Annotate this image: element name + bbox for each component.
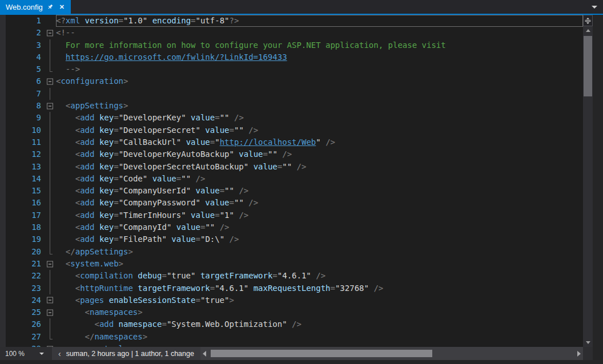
scroll-up-button[interactable] bbox=[583, 26, 593, 35]
line-number[interactable]: 8 bbox=[6, 100, 45, 112]
line-number[interactable]: 18 bbox=[6, 221, 45, 233]
code-line[interactable]: 11 <add key="CallBackUrl" value="http://… bbox=[0, 136, 583, 148]
horizontal-scrollbar-track[interactable] bbox=[209, 347, 574, 360]
fold-marker[interactable] bbox=[45, 343, 56, 347]
code-line[interactable]: 17 <add key="TimerInHours" value="1" /> bbox=[0, 209, 583, 221]
line-number[interactable]: 10 bbox=[6, 124, 45, 136]
code-line[interactable]: 5 --> bbox=[0, 63, 583, 75]
fold-marker[interactable] bbox=[45, 100, 56, 112]
fold-guide bbox=[45, 124, 56, 136]
code-line[interactable]: 27 </namespaces> bbox=[0, 331, 583, 343]
code-text: <add key="CompanyUserId" value="" /> bbox=[56, 185, 583, 197]
scroll-right-button[interactable] bbox=[574, 351, 583, 357]
code-line[interactable]: 23 <httpRuntime targetFramework="4.6.1" … bbox=[0, 282, 583, 294]
line-number[interactable]: 12 bbox=[6, 148, 45, 160]
fold-guide bbox=[45, 173, 56, 185]
code-line[interactable]: 3 For more information on how to configu… bbox=[0, 39, 583, 51]
fold-marker[interactable] bbox=[45, 75, 56, 87]
code-line[interactable]: 2<!-- bbox=[0, 27, 583, 39]
line-number[interactable]: 5 bbox=[6, 63, 45, 75]
code-line[interactable]: 18 <add key="CompanyId" value="" /> bbox=[0, 221, 583, 233]
line-number[interactable]: 3 bbox=[6, 39, 45, 51]
line-number[interactable]: 25 bbox=[6, 306, 45, 318]
code-text: <add key="CompanyId" value="" /> bbox=[56, 221, 583, 233]
close-icon[interactable]: ✕ bbox=[58, 3, 66, 11]
code-line[interactable]: 22 <compilation debug="true" targetFrame… bbox=[0, 270, 583, 282]
splitter-icon bbox=[585, 18, 591, 24]
line-number[interactable]: 22 bbox=[6, 270, 45, 282]
fold-marker[interactable] bbox=[45, 306, 56, 318]
fold-marker[interactable] bbox=[45, 294, 56, 306]
code-line[interactable]: 7 bbox=[0, 88, 583, 100]
line-number[interactable]: 17 bbox=[6, 209, 45, 221]
line-number[interactable]: 13 bbox=[6, 161, 45, 173]
fold-guide bbox=[45, 112, 56, 124]
vertical-scrollbar-thumb[interactable] bbox=[584, 36, 592, 96]
line-number[interactable]: 28 bbox=[6, 343, 45, 347]
code-line[interactable]: 21 <system.web> bbox=[0, 258, 583, 270]
code-editor[interactable]: 1<?xml version="1.0" encoding="utf-8"?>2… bbox=[0, 15, 583, 347]
line-number[interactable]: 27 bbox=[6, 331, 45, 343]
line-number[interactable]: 9 bbox=[6, 112, 45, 124]
code-line[interactable]: 8 <appSettings> bbox=[0, 100, 583, 112]
code-line[interactable]: 14 <add key="Code" value="" /> bbox=[0, 173, 583, 185]
code-line[interactable]: 6<configuration> bbox=[0, 75, 583, 87]
code-line[interactable]: 19 <add key="FilePath" value="D:\" /> bbox=[0, 233, 583, 245]
code-line[interactable]: 16 <add key="CompanyPassword" value="" /… bbox=[0, 197, 583, 209]
fold-guide bbox=[45, 209, 56, 221]
fold-marker[interactable] bbox=[45, 258, 56, 270]
codelens-info[interactable]: ‹ suman, 2 hours ago | 1 author, 1 chang… bbox=[52, 347, 200, 360]
zoom-select[interactable]: 100 % bbox=[0, 347, 49, 360]
code-line[interactable]: 26 <add namespace="System.Web.Optimizati… bbox=[0, 318, 583, 330]
line-number[interactable]: 24 bbox=[6, 294, 45, 306]
horizontal-scrollbar[interactable] bbox=[200, 347, 583, 360]
line-number[interactable]: 6 bbox=[6, 75, 45, 87]
code-line[interactable]: 13 <add key="DeveloperSecretAutoBackup" … bbox=[0, 161, 583, 173]
code-line[interactable]: 28 <controls> bbox=[0, 343, 583, 347]
line-number[interactable]: 21 bbox=[6, 258, 45, 270]
line-number[interactable]: 14 bbox=[6, 173, 45, 185]
code-line[interactable]: 9 <add key="DeveloperKey" value="" /> bbox=[0, 112, 583, 124]
code-text: <add key="FilePath" value="D:\" /> bbox=[56, 233, 583, 245]
line-number[interactable]: 2 bbox=[6, 27, 45, 39]
tab-strip-spacer bbox=[71, 0, 586, 14]
line-number[interactable]: 7 bbox=[6, 88, 45, 100]
code-text: <add key="DeveloperKey" value="" /> bbox=[56, 112, 583, 124]
code-line[interactable]: 10 <add key="DeveloperSecret" value="" /… bbox=[0, 124, 583, 136]
fold-guide bbox=[45, 148, 56, 160]
tab-overflow-dropdown[interactable] bbox=[586, 0, 603, 14]
vertical-scrollbar-track[interactable] bbox=[583, 35, 593, 338]
tab-webconfig[interactable]: Web.config ✕ bbox=[0, 0, 71, 14]
code-line[interactable]: 20 </appSettings> bbox=[0, 246, 583, 258]
vertical-scrollbar[interactable] bbox=[583, 15, 593, 347]
window-bottom-edge bbox=[0, 360, 593, 364]
code-line[interactable]: 24 <pages enableSessionState="true"> bbox=[0, 294, 583, 306]
code-line[interactable]: 12 <add key="DeveloperKeyAutoBackup" val… bbox=[0, 148, 583, 160]
line-number[interactable]: 19 bbox=[6, 233, 45, 245]
code-text: <namespaces> bbox=[56, 306, 583, 318]
line-number[interactable]: 20 bbox=[6, 246, 45, 258]
code-line[interactable]: 4 https://go.microsoft.com/fwlink/?LinkI… bbox=[0, 51, 583, 63]
code-text: <add key="CompanyPassword" value="" /> bbox=[56, 197, 583, 209]
tab-bar: Web.config ✕ bbox=[0, 0, 603, 14]
line-number[interactable]: 15 bbox=[6, 185, 45, 197]
line-number[interactable]: 1 bbox=[6, 15, 45, 27]
triangle-up-icon bbox=[586, 29, 590, 32]
split-editor-button[interactable] bbox=[583, 15, 593, 26]
line-number[interactable]: 26 bbox=[6, 318, 45, 330]
horizontal-scrollbar-thumb[interactable] bbox=[211, 350, 432, 357]
code-text: </namespaces> bbox=[56, 331, 583, 343]
line-number[interactable]: 16 bbox=[6, 197, 45, 209]
fold-guide bbox=[45, 221, 56, 233]
code-line[interactable]: 25 <namespaces> bbox=[0, 306, 583, 318]
code-line[interactable]: 1<?xml version="1.0" encoding="utf-8"?> bbox=[0, 15, 583, 27]
line-number[interactable]: 11 bbox=[6, 136, 45, 148]
line-number[interactable]: 4 bbox=[6, 51, 45, 63]
scroll-down-button[interactable] bbox=[583, 338, 593, 347]
line-number[interactable]: 23 bbox=[6, 282, 45, 294]
fold-marker[interactable] bbox=[45, 27, 56, 39]
pin-icon[interactable] bbox=[47, 3, 54, 11]
code-line[interactable]: 15 <add key="CompanyUserId" value="" /> bbox=[0, 185, 583, 197]
scroll-left-button[interactable] bbox=[200, 351, 209, 357]
codelens-text: suman, 2 hours ago | 1 author, 1 change bbox=[66, 350, 194, 358]
